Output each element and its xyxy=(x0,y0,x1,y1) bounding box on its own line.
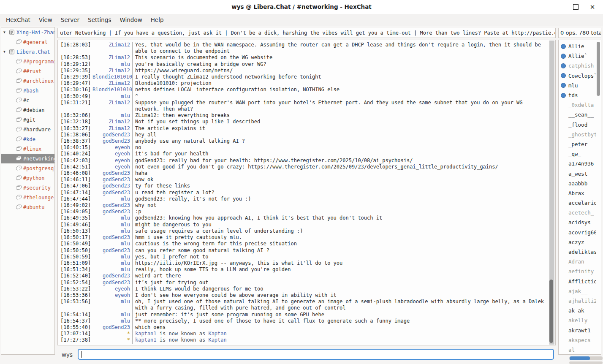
user-list-item[interactable]: _flood xyxy=(559,120,596,130)
message-input[interactable] xyxy=(78,349,554,360)
userlist-horizontal-scrollbar[interactable] xyxy=(569,356,603,360)
user-list-item[interactable]: a_west xyxy=(559,168,596,178)
nick[interactable]: * xyxy=(92,331,132,337)
nick[interactable]: eyeoh xyxy=(92,292,132,299)
user-list-item[interactable]: acidsys xyxy=(559,217,596,227)
nick[interactable]: mlu xyxy=(92,266,132,273)
nick[interactable]: mlu xyxy=(92,241,132,247)
menu-item-window[interactable]: Window xyxy=(115,14,146,26)
menu-item-server[interactable]: Server xyxy=(57,14,84,26)
user-list-item[interactable]: ajhalili2 xyxy=(559,296,596,306)
sidebar-item-programming[interactable]: ##programming xyxy=(1,57,54,66)
tree-network-row[interactable]: ▼Xing-Hai-Zhan xyxy=(1,27,54,37)
user-list-item[interactable]: Allie xyxy=(559,41,596,51)
sidebar-item-thelounge[interactable]: #thelounge xyxy=(1,193,54,202)
sidebar-item-security[interactable]: #security xyxy=(1,183,54,193)
menu-item-view[interactable]: View xyxy=(35,14,57,26)
user-list-item[interactable]: _0xdelta xyxy=(559,100,596,110)
nick[interactable]: mlu xyxy=(92,260,132,266)
nick[interactable]: mlu xyxy=(92,228,132,234)
userlist-scrollbar-thumb[interactable] xyxy=(597,42,600,96)
sidebar-item-rust[interactable]: ##rust xyxy=(1,66,54,76)
sidebar-item-general[interactable]: #general xyxy=(1,37,54,47)
nick[interactable]: ZLima12 xyxy=(92,80,132,87)
message-link[interactable]: https://www.wireguard.com/netns/ xyxy=(135,68,233,73)
nick[interactable]: godSend23 xyxy=(92,234,132,241)
nick[interactable]: ZLima12 xyxy=(92,100,132,112)
sidebar-item-kde[interactable]: #kde xyxy=(1,134,54,144)
nick[interactable]: godSend23 xyxy=(92,273,132,279)
nick[interactable]: godSend23 xyxy=(92,190,132,196)
user-list-item[interactable]: aefinity xyxy=(559,266,596,276)
user-list-item[interactable]: a174n936 xyxy=(559,159,596,168)
bottom-scrollbar-track[interactable] xyxy=(569,361,603,364)
nick[interactable]: mlu xyxy=(92,312,132,318)
nick[interactable]: godSend23 xyxy=(92,132,132,138)
sidebar-item-networking[interactable]: #networking xyxy=(1,154,54,163)
user-list-item[interactable]: ak-ak xyxy=(559,306,596,315)
chat-vertical-scrollbar[interactable] xyxy=(549,41,554,345)
user-list-item[interactable]: aczyz xyxy=(559,237,596,247)
expander-icon[interactable]: ▼ xyxy=(3,30,9,34)
sidebar-item-postgresql[interactable]: #postgresql xyxy=(1,163,54,173)
sidebar-item-ubuntu[interactable]: #ubuntu xyxy=(1,202,54,212)
nick[interactable]: godSend23 xyxy=(92,324,132,331)
nick[interactable]: mlu xyxy=(92,61,132,68)
nick[interactable]: eyeoh xyxy=(92,164,132,170)
maximize-icon[interactable] xyxy=(568,0,583,14)
nick[interactable]: ZLima12 xyxy=(92,68,132,74)
nick[interactable]: ZLima12 xyxy=(92,42,132,54)
nick[interactable]: mlu xyxy=(92,215,132,221)
user-list-item[interactable]: ajak__ xyxy=(559,286,596,296)
user-list-item[interactable]: akspecs xyxy=(559,335,596,345)
user-list-item[interactable]: aaabbb xyxy=(559,179,596,188)
nick[interactable]: godSend23 xyxy=(92,170,132,177)
userlist-hscrollbar-handle[interactable] xyxy=(570,356,590,360)
nick[interactable]: Blondie101010 xyxy=(92,74,132,80)
nick[interactable]: godSend23 xyxy=(92,202,132,209)
nick[interactable]: godSend23 xyxy=(92,183,132,189)
nick[interactable]: ZLima12 xyxy=(92,119,132,125)
user-list-item[interactable]: catphish xyxy=(559,61,596,71)
minimize-icon[interactable] xyxy=(549,0,563,14)
sidebar-item-bash[interactable]: #bash xyxy=(1,86,54,95)
nick[interactable]: Blondie101010 xyxy=(92,87,132,93)
user-list-item[interactable]: _qw_ xyxy=(559,149,596,159)
message-link[interactable]: https://iili.io/KOrIErX.jpg xyxy=(135,260,217,266)
sidebar-item-archlinux[interactable]: #archlinux xyxy=(1,76,54,86)
sidebar-item-linux[interactable]: #linux xyxy=(1,144,54,154)
user-list-item[interactable]: Allie` xyxy=(559,51,596,61)
user-list-item[interactable]: acetech_ xyxy=(559,208,596,217)
expander-icon[interactable]: ▼ xyxy=(3,50,9,54)
sidebar-item-c[interactable]: #c xyxy=(1,95,54,105)
nick[interactable]: ZLima12 xyxy=(92,54,132,61)
user-list-item[interactable]: tds xyxy=(559,90,596,100)
nick[interactable]: godSend23 xyxy=(92,280,132,286)
nick[interactable]: eyeoh xyxy=(92,151,132,157)
menu-item-hexchat[interactable]: HexChat xyxy=(2,14,35,26)
user-list-item[interactable]: Abrax xyxy=(559,188,596,198)
user-list-item[interactable]: Afflictio xyxy=(559,277,596,286)
nick[interactable]: mlu xyxy=(92,318,132,324)
user-list-item[interactable]: Adran xyxy=(559,257,596,266)
sidebar-item-debian[interactable]: #debian xyxy=(1,105,54,115)
close-icon[interactable]: ✕ xyxy=(585,0,600,14)
tree-network-row[interactable]: ▼Libera.Chat xyxy=(1,47,54,57)
message-link[interactable]: https://www.theregister.com/2025/09/23/d… xyxy=(248,164,498,170)
nick[interactable]: mlu xyxy=(92,254,132,260)
user-list-item[interactable]: adeliktas xyxy=(559,247,596,257)
nick[interactable]: eyeoh xyxy=(92,286,132,292)
user-list-item[interactable]: mlu xyxy=(559,81,596,90)
sidebar-item-python[interactable]: #python xyxy=(1,173,54,183)
user-list-item[interactable]: al xyxy=(559,345,596,355)
user-list-item[interactable]: Cowclops` xyxy=(559,71,596,81)
sidebar-item-git[interactable]: #git xyxy=(1,115,54,125)
user-list-item[interactable]: _peter xyxy=(559,139,596,149)
nick[interactable]: mlu xyxy=(92,299,132,311)
nick[interactable]: mlu xyxy=(92,112,132,119)
user-list-item[interactable]: acovrig60 xyxy=(559,228,596,237)
message-link[interactable]: https://www.theregister.com/2025/10/08/a… xyxy=(254,158,413,163)
user-list-item[interactable]: accelario xyxy=(559,198,596,208)
nick[interactable]: eyeoh xyxy=(92,158,132,164)
nick[interactable]: ZLima12 xyxy=(92,125,132,132)
